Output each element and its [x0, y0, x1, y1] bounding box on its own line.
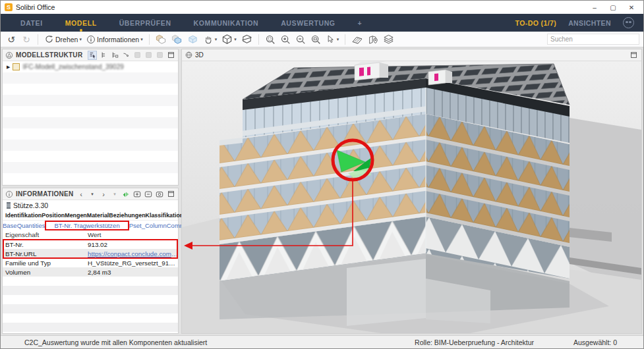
visibility-all-icon[interactable]	[154, 33, 168, 46]
visibility-selected-icon[interactable]	[170, 33, 184, 46]
chevron-down-icon: ▾	[234, 37, 237, 42]
chevron-down-icon: ▾	[215, 37, 218, 42]
tree-item-model[interactable]: ▶ IFC-Modell_zwischenstand_39029	[3, 61, 178, 72]
rotate-icon	[44, 34, 54, 44]
pset-bt-nr-tragwerkstuetzen[interactable]: BT-Nr. Tragwerkstützen	[45, 221, 129, 230]
menu-kommunikation[interactable]: KOMMUNIKATION	[194, 19, 259, 27]
window-title: Solibri Office	[16, 3, 55, 11]
maximize-panel-icon[interactable]	[166, 51, 175, 60]
tree-item-label: IFC-Modell_zwischenstand_39029	[22, 63, 123, 70]
camera-icon[interactable]	[155, 190, 164, 199]
toolbar-separator	[345, 34, 345, 45]
tab-mengen[interactable]: Mengen	[65, 212, 87, 219]
informationen-tool-button[interactable]: Informationen ▾	[85, 33, 144, 46]
chevron-down-icon: ▾	[337, 37, 339, 42]
expand-level-icon[interactable]	[99, 51, 108, 60]
menu-ansichten[interactable]: ANSICHTEN	[568, 19, 611, 27]
hand-tool-icon[interactable]: ▾	[202, 33, 219, 46]
tab-beziehungen[interactable]: Beziehungen	[109, 212, 145, 219]
previous-dropdown-icon[interactable]: ▾	[88, 190, 97, 199]
information-panel: INFORMATIONEN ‹ ▾ › ▾ Stü	[2, 188, 179, 334]
toolbar: ↺ ↻ Drehen ▾ Informationen ▾ ▾ ▾	[1, 32, 643, 47]
menubar: DATEI MODELL ÜBERPRÜFEN KOMMUNIKATION AU…	[1, 14, 643, 32]
tab-material[interactable]: Material	[87, 212, 109, 219]
zoom-fit-icon[interactable]	[264, 33, 277, 46]
menu-ueberpruefen[interactable]: ÜBERPRÜFEN	[119, 19, 171, 27]
model-structure-header: MODELLSTRUKTUR	[3, 49, 178, 61]
panel-title: INFORMATIONEN	[16, 190, 74, 198]
status-message: C2C_Auswertung wurde mit allen Komponent…	[24, 338, 207, 346]
empty-rows	[3, 277, 178, 333]
table-row[interactable]: Volumen 2,84 m3	[3, 267, 178, 277]
sphere-3d-icon	[185, 51, 192, 59]
search-input[interactable]	[550, 36, 637, 43]
todo-counter[interactable]: TO-DO (1/7)	[515, 19, 557, 27]
add-view-icon[interactable]	[132, 190, 142, 199]
select-in-tree-icon[interactable]	[88, 51, 97, 60]
menu-modell[interactable]: MODELL	[65, 19, 97, 27]
status-selected-count: Ausgewählt: 0	[573, 338, 617, 346]
model-tree: ▶ IFC-Modell_zwischenstand_39029	[3, 61, 178, 185]
next-dropdown-icon[interactable]: ▾	[110, 190, 119, 199]
3d-scene[interactable]	[182, 61, 641, 333]
tree-expand-icon[interactable]: ▶	[7, 65, 10, 70]
column-header-wert: Wert	[85, 231, 178, 238]
table-row[interactable]: BT-Nr. 913.02	[3, 240, 178, 249]
zoom-window-icon[interactable]	[309, 33, 322, 46]
menu-auswertung[interactable]: AUSWERTUNG	[281, 19, 335, 27]
maximize-panel-icon[interactable]	[629, 51, 638, 60]
selected-component-label: Stütze.3.30	[13, 201, 48, 209]
model-structure-panel: MODELLSTRUKTUR ▶	[2, 49, 179, 186]
info-icon	[86, 35, 96, 44]
tab-position[interactable]: Position	[42, 212, 65, 219]
basket-add-icon[interactable]	[132, 51, 142, 60]
views-mask-icon[interactable]	[623, 17, 634, 28]
basket-remove-icon[interactable]	[144, 51, 153, 60]
solibri-logo-icon: S	[5, 3, 13, 11]
information-icon	[5, 190, 13, 198]
table-row[interactable]: BT-Nr.URL https://conpact.conclude.com/b…	[3, 249, 178, 258]
property-set-bar: BaseQuantities BT-Nr. Tragwerkstützen Ps…	[3, 221, 178, 230]
map-pin-icon[interactable]	[366, 33, 380, 46]
status-role: Rolle: BIM-Ueberpruefung - Architektur	[415, 338, 534, 346]
table-row[interactable]: Familie und Typ H_VStütze_RG_versetzt_91…	[3, 258, 178, 267]
building-base-front	[347, 259, 426, 326]
previous-component-icon[interactable]: ‹	[76, 190, 86, 199]
menu-add-tab[interactable]: +	[358, 19, 363, 27]
chevron-down-icon: ▾	[79, 37, 82, 42]
follow-selection-icon[interactable]	[121, 190, 131, 199]
bt-nr-url-link[interactable]: https://conpact.conclude.com/be/0bbc10d1…	[85, 250, 178, 257]
toolbar-separator	[149, 34, 150, 45]
search-box	[547, 34, 639, 45]
main-area: MODELLSTRUKTUR ▶	[1, 47, 643, 335]
pset-basequantities[interactable]: BaseQuantities	[3, 222, 45, 229]
zoom-out-icon[interactable]	[294, 33, 307, 46]
zoom-in-icon[interactable]	[279, 33, 292, 46]
panel-title: MODELLSTRUKTUR	[16, 51, 82, 59]
rotate-tool-button[interactable]: Drehen ▾	[43, 33, 83, 46]
section-box-icon[interactable]	[240, 33, 254, 46]
remove-view-icon[interactable]	[144, 190, 153, 199]
undo-button[interactable]: ↺	[5, 33, 18, 46]
view-cube-icon[interactable]: ▾	[220, 33, 238, 46]
visibility-transparent-icon[interactable]	[186, 33, 200, 46]
redo-button[interactable]: ↻	[20, 33, 33, 46]
minimize-button[interactable]: –	[587, 2, 602, 13]
dimension-plane-icon[interactable]	[350, 33, 365, 46]
left-column: MODELLSTRUKTUR ▶	[2, 49, 179, 334]
layers-icon[interactable]	[382, 33, 395, 46]
collapse-level-icon[interactable]	[110, 51, 119, 60]
maximize-button[interactable]: ▢	[605, 2, 621, 13]
menu-datei[interactable]: DATEI	[20, 19, 43, 27]
pick-tool-icon[interactable]: ▾	[324, 33, 341, 46]
tab-klassifikation[interactable]: Klassifikation	[146, 212, 184, 219]
info-tab-bar: Identifikation Position Mengen Material …	[3, 211, 178, 221]
viewport-3d: 3D	[181, 49, 642, 334]
property-table: Eigenschaft Wert BT-Nr. 913.02 BT-Nr.URL…	[3, 230, 178, 277]
link-selection-icon[interactable]	[121, 51, 131, 60]
tab-identifikation[interactable]: Identifikation	[5, 212, 42, 219]
next-component-icon[interactable]: ›	[99, 190, 108, 199]
maximize-panel-icon[interactable]	[166, 190, 175, 199]
basket-set-icon[interactable]	[155, 51, 164, 60]
close-button[interactable]: ✕	[624, 2, 639, 13]
